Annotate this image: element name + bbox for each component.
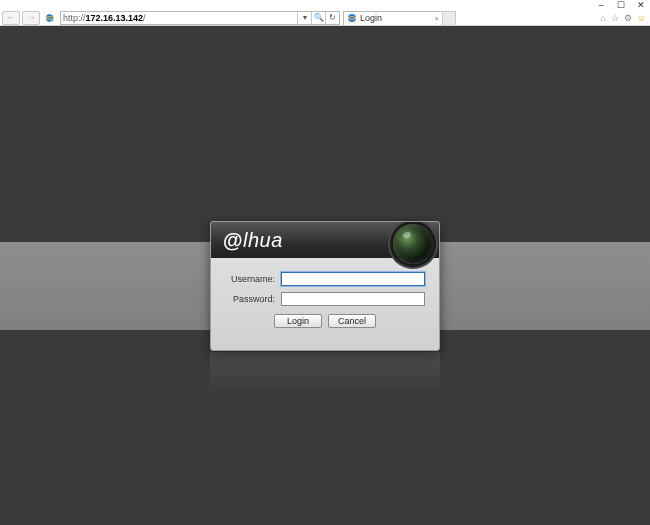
smiley-icon[interactable]: ☺: [637, 13, 646, 23]
ie-icon: [44, 12, 56, 24]
address-bar[interactable]: http://172.16.13.142/ ▾ 🔍 ↻: [60, 11, 340, 25]
login-panel: @lhua Username: Password: Login Cancel: [210, 221, 440, 351]
tools-icon[interactable]: ⚙: [624, 13, 632, 23]
svg-point-2: [348, 14, 356, 22]
window-close-button[interactable]: ✕: [636, 0, 646, 10]
nav-forward-button[interactable]: →: [22, 11, 40, 25]
camera-lens-icon: [393, 224, 433, 264]
username-label: Username:: [225, 274, 281, 284]
password-input[interactable]: [281, 292, 425, 306]
url-prefix: http://: [63, 13, 86, 23]
browser-tab[interactable]: Login ×: [343, 11, 443, 25]
brand-text: lhua: [243, 229, 283, 251]
home-icon[interactable]: ⌂: [600, 13, 605, 23]
browser-toolbar: ← → http://172.16.13.142/ ▾ 🔍 ↻ Login × …: [0, 10, 650, 26]
search-dropdown-button[interactable]: ▾: [297, 12, 311, 24]
nav-back-button[interactable]: ←: [2, 11, 20, 25]
search-button[interactable]: 🔍: [311, 12, 325, 24]
brand-at: @: [223, 229, 243, 251]
username-row: Username:: [225, 272, 425, 286]
password-row: Password:: [225, 292, 425, 306]
ie-icon: [347, 13, 357, 23]
url-host: 172.16.13.142: [86, 13, 144, 23]
username-input[interactable]: [281, 272, 425, 286]
url-suffix: /: [143, 13, 146, 23]
page-viewport: @lhua Username: Password: Login Cancel: [0, 26, 650, 525]
login-panel-header: @lhua: [211, 222, 439, 258]
panel-reflection: [210, 352, 440, 402]
new-tab-button[interactable]: [442, 11, 456, 25]
url-text: http://172.16.13.142/: [61, 13, 297, 23]
button-row: Login Cancel: [225, 314, 425, 328]
window-minimize-button[interactable]: –: [596, 0, 606, 10]
cancel-button[interactable]: Cancel: [328, 314, 376, 328]
login-form: Username: Password: Login Cancel: [211, 258, 439, 338]
window-maximize-button[interactable]: ☐: [616, 0, 626, 10]
password-label: Password:: [225, 294, 281, 304]
favorites-icon[interactable]: ☆: [611, 13, 619, 23]
refresh-button[interactable]: ↻: [325, 12, 339, 24]
brand-logo: @lhua: [223, 229, 283, 252]
login-button[interactable]: Login: [274, 314, 322, 328]
window-titlebar: – ☐ ✕: [0, 0, 650, 10]
toolbar-right-icons: ⌂ ☆ ⚙ ☺: [600, 13, 650, 23]
tab-title: Login: [360, 13, 431, 23]
tab-close-button[interactable]: ×: [434, 14, 439, 23]
